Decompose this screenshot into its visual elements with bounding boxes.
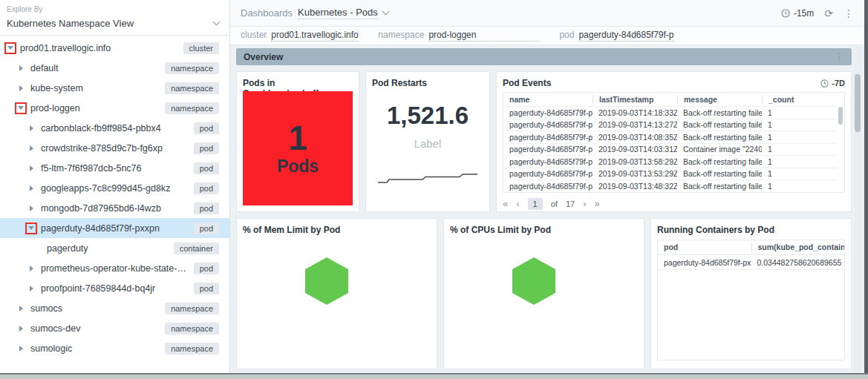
entity-type-badge: container [174,243,219,254]
tree-item-namespace[interactable]: sumocs namespace [0,298,229,318]
tree-item-container[interactable]: pagerduty container [0,238,229,258]
expand-arrow-icon[interactable] [30,145,33,151]
expand-arrow-icon[interactable] [19,85,23,91]
column-header[interactable]: lastTimestamp [593,95,677,104]
running-containers-table-header: pod sum(kube_pod_container_statu.. [658,240,844,255]
tree-item-namespace[interactable]: kube-system namespace [0,78,229,98]
filter-pod: pod pagerduty-84d685f79f-p [559,30,673,42]
tree-item-pod[interactable]: crowdstrike-8785d9c7b-fg6xp pod [0,138,229,158]
time-range-control[interactable]: -15m [781,8,814,19]
collapse-arrow-icon[interactable] [18,106,24,110]
cell-timestamp: 2019-09-03T14:08:35Z [593,133,677,142]
entity-type-badge: pod [194,122,219,134]
cell-message: Container image "224064... [677,145,762,154]
expand-arrow-icon[interactable] [19,306,23,312]
first-page-button[interactable]: « [503,199,508,208]
tree-item-namespace[interactable]: sumocs-dev namespace [0,318,229,338]
cell-timestamp: 2019-09-03T13:53:29Z [593,169,677,178]
explore-sidebar: Explore By Kubernetes Namespace View pro… [0,0,230,373]
expand-arrow-icon[interactable] [19,65,23,71]
current-page-indicator[interactable]: 1 [528,198,543,210]
filter-pod-value[interactable]: pagerduty-84d685f79f-p [578,30,673,42]
tree-item-namespace[interactable]: prod-loggen namespace [0,98,229,118]
table-row[interactable]: pagerduty-84d685f79f-px... 2019-09-03T14… [503,143,837,156]
tree-item-label: proofpoint-76859844d-bq4jr [41,283,194,294]
window-right-border [864,0,868,373]
pod-events-time-range-value: -7D [832,79,845,88]
main-scrollbar-track[interactable] [855,46,861,373]
column-header[interactable]: pod [658,243,751,252]
kebab-menu-icon[interactable]: ⋮ [835,51,844,62]
table-row[interactable]: pagerduty-84d685f79f-px... 2019-09-03T13… [503,155,837,168]
entity-type-badge: pod [194,162,219,174]
filter-namespace-value[interactable]: prod-loggen [428,30,540,42]
column-header[interactable]: _count [762,95,837,104]
tree-item-pod-selected[interactable]: pagerduty-84d685f79f-pxxpn pod [0,218,229,238]
entity-type-badge: namespace [165,303,219,314]
tree-item-pod[interactable]: mongodb-7d87965bd6-l4wzb pod [0,198,229,218]
table-row[interactable]: pagerduty-84d685f79f-px... 2019-09-03T14… [503,119,837,131]
pagination-of-label: of [551,200,558,208]
expand-arrow-icon[interactable] [19,346,23,352]
expand-arrow-icon[interactable] [30,165,33,171]
cell-timestamp: 2019-09-03T14:13:27Z [593,120,677,129]
collapse-arrow-icon[interactable] [28,226,34,230]
header-controls: -15m ⟳ ⋮ [781,8,854,19]
tree-item-namespace[interactable]: default namespace [0,58,229,78]
entity-type-badge: namespace [165,343,219,355]
expand-arrow-icon[interactable] [30,205,33,211]
pod-events-header: Pod Events -7D [503,78,845,88]
next-page-button[interactable]: › [583,199,586,208]
entity-type-badge: cluster [183,42,219,54]
tree-item-cluster[interactable]: prod01.travellogic.info cluster [0,38,229,58]
prev-page-button[interactable]: ‹ [516,199,519,208]
crashloop-alert-tile[interactable]: 1 Pods [243,91,353,205]
view-selector[interactable]: Kubernetes Namespace View [0,13,229,36]
panel-cpu-limit-by-pod: % of CPUs Limit by Pod [443,218,645,369]
table-scrollbar[interactable] [838,107,843,125]
tree-item-pod[interactable]: googleapps-7c8c999d45-gd8kz pod [0,178,229,198]
overview-section-header[interactable]: Overview ⋮ [236,48,852,65]
pod-events-time-range[interactable]: -7D [820,79,845,88]
refresh-icon[interactable]: ⟳ [824,8,833,19]
window-bottom-border [0,373,868,379]
column-header[interactable]: sum(kube_pod_container_statu.. [751,243,845,252]
expand-arrow-icon[interactable] [30,286,33,291]
column-header[interactable]: message [677,95,762,104]
table-row[interactable]: pagerduty-84d685f79f-px... 2019-09-03T14… [503,131,837,143]
dashboard-title-dropdown[interactable]: Kubernetes - Pods [298,7,378,19]
table-row[interactable]: pagerduty-84d685f79f-pxxpn 0.03448275862… [658,255,844,270]
collapse-arrow-icon[interactable] [7,46,13,50]
pod-restarts-body: 1,521.6 Label [372,91,483,205]
expand-arrow-icon[interactable] [19,326,23,332]
entity-type-badge: namespace [165,82,219,94]
table-row[interactable]: pagerduty-84d685f79f-px... 2019-09-03T13… [503,179,837,192]
pod-events-pagination: « ‹ 1 of 17 › » [503,198,845,210]
last-page-button[interactable]: » [594,199,599,208]
table-row[interactable]: pagerduty-84d685f79f-px... 2019-09-03T13… [503,168,837,180]
expand-arrow-icon[interactable] [30,125,33,131]
tree-item-label: f5-ltm-7f6f987dcb-5nc76 [41,163,194,174]
table-row[interactable]: pagerduty-84d685f79f-px... 2019-09-03T14… [503,106,837,119]
kebab-menu-icon[interactable]: ⋮ [843,8,854,19]
expand-arrow-icon[interactable] [30,266,33,271]
cell-count: 1 [762,120,837,129]
tree-item-pod[interactable]: proofpoint-76859844d-bq4jr pod [0,278,229,298]
entity-tree: prod01.travellogic.info cluster default … [0,36,229,358]
main-scrollbar-thumb[interactable] [855,74,861,132]
tree-item-pod[interactable]: f5-ltm-7f6f987dcb-5nc76 pod [0,158,229,178]
tree-item-namespace[interactable]: sumologic namespace [0,338,229,358]
dashboard-content: Overview ⋮ Pods in Crashloopbackoff 1 Po… [230,46,864,373]
tree-item-label: pagerduty [47,243,174,254]
cell-pod: pagerduty-84d685f79f-pxxpn [658,258,751,267]
tree-item-label: carbonblack-fb9ff9854-pbbx4 [41,123,194,134]
filter-cluster-value[interactable]: prod01.travellogic.info [271,30,359,42]
column-header[interactable]: name [503,95,593,104]
honeycomb-cell-healthy[interactable] [305,257,348,305]
honeycomb-cell-healthy[interactable] [512,257,555,305]
expand-arrow-icon[interactable] [30,185,33,191]
tree-item-pod[interactable]: carbonblack-fb9ff9854-pbbx4 pod [0,118,229,138]
pod-events-table-header: name lastTimestamp message _count [503,93,837,106]
breadcrumb-dashboards-link[interactable]: Dashboards [241,7,293,19]
tree-item-pod[interactable]: prometheus-operator-kube-state-metrics-6… [0,258,229,278]
